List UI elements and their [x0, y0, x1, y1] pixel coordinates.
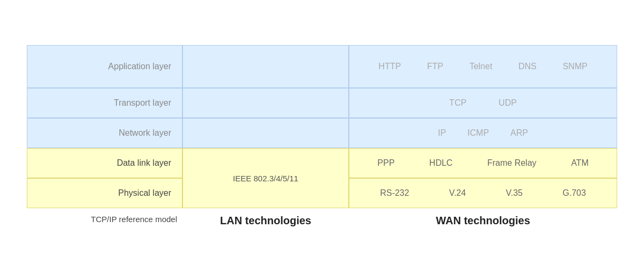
transport-layer-lan [182, 88, 349, 118]
datalink-layer-lan: IEEE 802.3/4/5/11 [182, 148, 349, 208]
protocol-ip: IP [438, 128, 446, 138]
datalink-layer-text: Data link layer [117, 158, 171, 168]
physical-layer-text: Physical layer [118, 188, 171, 198]
footer-lan-text: LAN technologies [220, 215, 311, 226]
protocol-frame-relay: Frame Relay [487, 158, 537, 168]
footer-tcpip: TCP/IP reference model [27, 215, 182, 227]
application-layer-protocols: HTTP FTP Telnet DNS SNMP [349, 45, 617, 88]
physical-layer-label: Physical layer [27, 178, 182, 208]
layer-diagram: Application layer HTTP FTP Telnet DNS SN… [27, 45, 617, 208]
physical-layer-protocols: RS-232 V.24 V.35 G.703 [349, 178, 617, 208]
protocol-v24: V.24 [449, 188, 466, 198]
protocol-snmp: SNMP [562, 62, 587, 71]
diagram-wrapper: Application layer HTTP FTP Telnet DNS SN… [27, 34, 617, 238]
network-layer-protocols: IP ICMP ARP [349, 118, 617, 148]
footer-tcpip-text: TCP/IP reference model [91, 215, 177, 224]
protocol-arp: ARP [510, 128, 528, 138]
application-layer-text: Application layer [108, 62, 171, 71]
protocol-ppp: PPP [377, 158, 394, 168]
protocol-atm: ATM [571, 158, 589, 168]
transport-layer-label: Transport layer [27, 88, 182, 118]
footer-wan: WAN technologies [349, 215, 617, 227]
protocol-telnet: Telnet [470, 62, 493, 71]
protocol-tcp: TCP [449, 98, 466, 108]
datalink-layer-protocols: PPP HDLC Frame Relay ATM [349, 148, 617, 178]
protocol-v35: V.35 [506, 188, 522, 198]
network-layer-lan [182, 118, 349, 148]
transport-layer-protocols: TCP UDP [349, 88, 617, 118]
footer-wan-text: WAN technologies [436, 215, 530, 226]
network-layer-label: Network layer [27, 118, 182, 148]
application-layer-label: Application layer [27, 45, 182, 88]
footer: TCP/IP reference model LAN technologies … [27, 215, 617, 227]
footer-lan: LAN technologies [182, 215, 349, 227]
ieee-standard: IEEE 802.3/4/5/11 [233, 174, 298, 183]
application-layer-lan [182, 45, 349, 88]
transport-layer-text: Transport layer [114, 98, 171, 108]
protocol-hdlc: HDLC [429, 158, 453, 168]
datalink-layer-label: Data link layer [27, 148, 182, 178]
protocol-http: HTTP [378, 62, 401, 71]
protocol-rs232: RS-232 [380, 188, 409, 198]
protocol-g703: G.703 [562, 188, 586, 198]
protocol-icmp: ICMP [467, 128, 489, 138]
network-layer-text: Network layer [119, 128, 171, 138]
protocol-udp: UDP [499, 98, 517, 108]
protocol-dns: DNS [518, 62, 537, 71]
protocol-ftp: FTP [427, 62, 443, 71]
